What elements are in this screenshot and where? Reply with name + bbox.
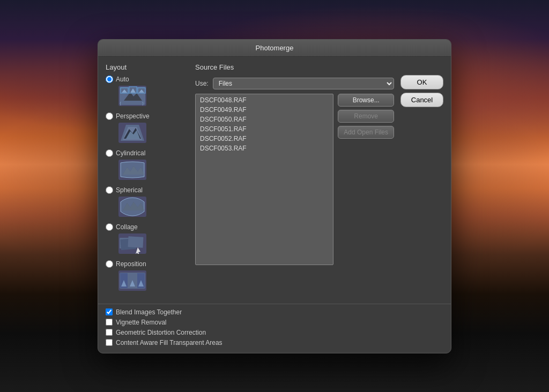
file-list-container: DSCF0048.RAF DSCF0049.RAF DSCF0050.RAF D… (195, 94, 333, 265)
use-select[interactable]: Files Folders (213, 78, 394, 89)
layout-title: Layout (106, 63, 189, 71)
label-reposition: Reposition (116, 260, 146, 268)
file-buttons: Browse... Remove Add Open Files (338, 94, 394, 139)
label-perspective: Perspective (116, 112, 150, 120)
use-label: Use: (195, 80, 209, 87)
checkboxes-section: Blend Images Together Vignette Removal G… (98, 304, 451, 353)
radio-reposition[interactable] (106, 260, 113, 268)
ok-button[interactable]: OK (400, 75, 443, 89)
layout-radio-spherical[interactable]: Spherical (106, 186, 143, 194)
checkbox-vignette-input[interactable] (106, 319, 113, 326)
checkbox-content-aware-label: Content Aware Fill Transparent Areas (116, 339, 222, 346)
cancel-button[interactable]: Cancel (400, 93, 443, 107)
label-cylindrical: Cylindrical (116, 149, 145, 157)
dialog-overlay: Photomerge Layout Auto (0, 0, 549, 392)
svg-text:⟨: ⟨ (120, 101, 121, 106)
layout-item-auto: Auto (106, 76, 189, 110)
radio-cylindrical[interactable] (106, 149, 113, 157)
browse-button[interactable]: Browse... (338, 94, 394, 107)
file-list[interactable]: DSCF0048.RAF DSCF0049.RAF DSCF0050.RAF D… (195, 94, 333, 265)
layout-item-reposition: Reposition (106, 260, 189, 295)
icon-spherical (116, 195, 149, 219)
layout-item-collage: Collage (106, 223, 189, 258)
file-item-3[interactable]: DSCF0051.RAF (197, 124, 332, 134)
svg-rect-26 (128, 236, 143, 247)
source-panel: Source Files Use: Files Folders DSCF0048… (195, 63, 394, 297)
file-item-4[interactable]: DSCF0052.RAF (197, 134, 332, 144)
checkbox-blend[interactable]: Blend Images Together (106, 308, 443, 316)
layout-radio-perspective[interactable]: Perspective (106, 112, 150, 120)
checkbox-content-aware[interactable]: Content Aware Fill Transparent Areas (106, 339, 443, 346)
radio-perspective[interactable] (106, 112, 113, 120)
layout-item-perspective: Perspective (106, 112, 189, 147)
label-auto: Auto (116, 76, 129, 83)
layout-panel: Layout Auto (106, 63, 189, 297)
checkbox-vignette-label: Vignette Removal (116, 319, 167, 326)
layout-item-cylindrical: Cylindrical (106, 149, 189, 184)
file-item-2[interactable]: DSCF0050.RAF (197, 115, 332, 124)
layout-radio-cylindrical[interactable]: Cylindrical (106, 149, 145, 157)
icon-cylindrical (116, 158, 149, 182)
icon-auto: ⟨ ⟩ (116, 84, 149, 108)
layout-radio-reposition[interactable]: Reposition (106, 260, 146, 268)
dialog-titlebar: Photomerge (98, 40, 451, 57)
layout-radio-auto[interactable]: Auto (106, 76, 129, 83)
icon-collage (116, 232, 149, 256)
file-item-1[interactable]: DSCF0049.RAF (197, 105, 332, 115)
dialog-main: Layout Auto (98, 57, 451, 304)
radio-spherical[interactable] (106, 186, 113, 194)
source-title: Source Files (195, 63, 394, 71)
action-buttons: OK Cancel (400, 63, 443, 297)
layout-item-spherical: Spherical (106, 186, 189, 221)
checkbox-geometric[interactable]: Geometric Distortion Correction (106, 329, 443, 336)
photomerge-dialog: Photomerge Layout Auto (98, 39, 451, 353)
file-item-5[interactable]: DSCF0053.RAF (197, 144, 332, 153)
svg-text:⟩: ⟩ (142, 101, 144, 106)
dialog-title: Photomerge (256, 44, 294, 52)
label-spherical: Spherical (116, 186, 143, 194)
add-open-files-button[interactable]: Add Open Files (338, 126, 394, 139)
icon-reposition (116, 269, 149, 293)
dialog-body: Layout Auto (98, 57, 451, 353)
checkbox-blend-label: Blend Images Together (116, 308, 182, 316)
icon-perspective (116, 121, 149, 145)
checkbox-blend-input[interactable] (106, 308, 113, 315)
file-item-0[interactable]: DSCF0048.RAF (197, 95, 332, 105)
radio-collage[interactable] (106, 223, 113, 231)
use-row: Use: Files Folders (195, 78, 394, 89)
layout-radio-collage[interactable]: Collage (106, 223, 138, 231)
checkbox-content-aware-input[interactable] (106, 339, 113, 346)
checkbox-geometric-label: Geometric Distortion Correction (116, 329, 206, 336)
remove-button[interactable]: Remove (338, 110, 394, 123)
checkbox-vignette[interactable]: Vignette Removal (106, 319, 443, 326)
radio-auto[interactable] (106, 76, 113, 83)
label-collage: Collage (116, 223, 138, 231)
checkbox-geometric-input[interactable] (106, 329, 113, 336)
file-buttons-row: DSCF0048.RAF DSCF0049.RAF DSCF0050.RAF D… (195, 94, 394, 265)
